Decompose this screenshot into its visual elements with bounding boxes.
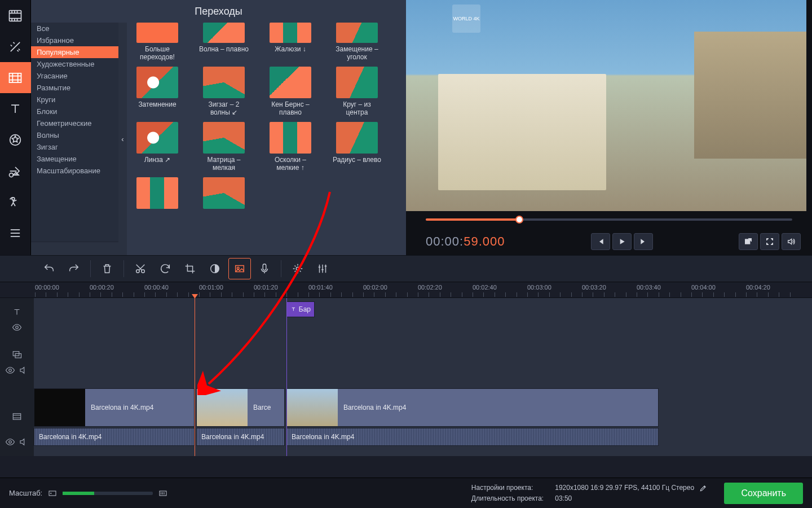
title-clip[interactable]: Бар bbox=[286, 301, 315, 317]
project-settings-label: Настройки проекта: bbox=[471, 484, 544, 492]
transition-item[interactable]: Матрица – мелкая bbox=[199, 122, 249, 172]
color-button[interactable] bbox=[204, 259, 226, 279]
svg-point-17 bbox=[9, 369, 12, 372]
category-item[interactable]: Художественные bbox=[31, 58, 118, 70]
svg-point-19 bbox=[9, 441, 12, 444]
prev-button[interactable] bbox=[591, 233, 610, 250]
zoom-out-icon[interactable] bbox=[48, 489, 57, 498]
category-item[interactable]: Все bbox=[31, 23, 118, 34]
watermark-badge: WORLD 4K bbox=[452, 5, 480, 33]
clip-properties-button[interactable] bbox=[287, 259, 308, 279]
category-item[interactable]: Угасание bbox=[31, 70, 118, 82]
svg-rect-0 bbox=[10, 10, 21, 21]
category-item[interactable]: Масштабирование bbox=[31, 165, 118, 177]
ruler-tick: 00:00:40 bbox=[144, 284, 169, 291]
zoom-in-icon[interactable] bbox=[158, 489, 167, 498]
next-button[interactable] bbox=[634, 233, 653, 250]
transition-item[interactable]: Осколки – мелкие ↑ bbox=[266, 122, 315, 172]
video-clip[interactable]: Barce bbox=[196, 388, 285, 427]
audio-clip[interactable]: Barcelona in 4K.mp4 bbox=[286, 428, 659, 446]
redo-button[interactable] bbox=[63, 259, 85, 279]
transition-item[interactable]: Кен Бернс – плавно bbox=[266, 67, 315, 116]
category-item[interactable]: Геометрические bbox=[31, 117, 118, 129]
tool-animation[interactable] bbox=[0, 186, 31, 217]
transition-item[interactable]: Зигзаг – 2 волны ↙ bbox=[199, 67, 249, 116]
record-audio-button[interactable] bbox=[254, 259, 275, 279]
zoom-label: Масштаб: bbox=[9, 489, 42, 497]
undo-button[interactable] bbox=[38, 259, 60, 279]
transition-item[interactable]: Больше переходов! bbox=[133, 23, 182, 61]
project-settings-value: 1920x1080 16:9 29.97 FPS, 44100 Гц Стере… bbox=[555, 484, 694, 492]
search-input[interactable] bbox=[37, 245, 118, 253]
transition-item[interactable]: Жалюзи ↓ bbox=[266, 23, 315, 61]
speaker-icon[interactable] bbox=[19, 437, 29, 447]
seek-knob[interactable] bbox=[515, 216, 523, 224]
tool-media[interactable] bbox=[0, 0, 31, 31]
transition-item[interactable]: Замещение – уголок bbox=[332, 23, 382, 61]
crop-button[interactable] bbox=[179, 259, 201, 279]
transition-wiz-button[interactable] bbox=[229, 259, 250, 279]
transition-item[interactable]: Затемнение bbox=[133, 67, 182, 116]
transitions-browser: Переходы Все Избранное Популярные Художе… bbox=[31, 0, 406, 255]
transitions-grid: Больше переходов! Волна – плавно Жалюзи … bbox=[127, 23, 406, 255]
transition-item[interactable]: Линза ↗ bbox=[133, 122, 182, 172]
seek-bar[interactable] bbox=[406, 211, 812, 228]
ruler-tick: 00:03:20 bbox=[582, 284, 606, 291]
speaker-icon[interactable] bbox=[19, 365, 29, 375]
timeline-toolbar bbox=[0, 255, 812, 282]
collapse-categories[interactable]: ‹ bbox=[118, 23, 127, 255]
rotate-button[interactable] bbox=[155, 259, 176, 279]
transition-item[interactable] bbox=[199, 177, 249, 211]
playhead[interactable] bbox=[195, 298, 195, 456]
volume-button[interactable] bbox=[782, 233, 801, 250]
audio-clip[interactable]: Barcelona in 4K.mp4 bbox=[196, 428, 285, 446]
tool-transitions[interactable] bbox=[0, 62, 31, 93]
overlay-track-icon bbox=[12, 349, 22, 360]
timeline-ruler[interactable]: 00:00:0000:00:2000:00:4000:01:0000:01:20… bbox=[0, 282, 812, 298]
edit-icon[interactable] bbox=[699, 484, 707, 492]
popout-button[interactable] bbox=[739, 233, 758, 250]
tool-callouts[interactable] bbox=[0, 155, 31, 186]
tool-stickers[interactable] bbox=[0, 124, 31, 155]
category-item[interactable]: Популярные bbox=[31, 46, 118, 58]
transition-item[interactable]: Волна – плавно bbox=[199, 23, 249, 61]
tool-titles[interactable] bbox=[0, 93, 31, 124]
ruler-tick: 00:03:40 bbox=[637, 284, 661, 291]
category-item[interactable]: Замещение bbox=[31, 153, 118, 165]
svg-rect-20 bbox=[49, 491, 56, 496]
category-item[interactable]: Зигзаг bbox=[31, 141, 118, 153]
eye-icon[interactable] bbox=[5, 437, 15, 447]
category-item[interactable]: Волны bbox=[31, 129, 118, 141]
svg-rect-18 bbox=[13, 414, 21, 420]
preview-panel: WORLD 4K 00:00:59.000 bbox=[406, 0, 812, 255]
zoom-slider[interactable] bbox=[63, 492, 153, 495]
transition-item[interactable] bbox=[133, 177, 182, 211]
equalizer-button[interactable] bbox=[312, 259, 333, 279]
category-item[interactable]: Круги bbox=[31, 94, 118, 106]
category-list: Все Избранное Популярные Художественные … bbox=[31, 23, 118, 255]
eye-icon[interactable] bbox=[12, 322, 22, 332]
eye-icon[interactable] bbox=[5, 365, 15, 375]
audio-clip[interactable]: Barcelona in 4K.mp4 bbox=[34, 428, 195, 446]
tool-filters[interactable] bbox=[0, 31, 31, 62]
category-item[interactable]: Блоки bbox=[31, 106, 118, 117]
video-clip[interactable]: Barcelona in 4K.mp4 bbox=[34, 388, 195, 427]
category-item[interactable]: Размытие bbox=[31, 82, 118, 94]
delete-button[interactable] bbox=[96, 259, 118, 279]
timecode: 00:00:59.000 bbox=[426, 234, 505, 249]
ruler-tick: 00:00:00 bbox=[35, 284, 59, 291]
ruler-tick: 00:02:20 bbox=[418, 284, 442, 291]
transition-item[interactable]: Радиус – влево bbox=[332, 122, 382, 172]
save-button[interactable]: Сохранить bbox=[724, 483, 803, 504]
svg-rect-22 bbox=[160, 491, 166, 496]
play-button[interactable] bbox=[612, 233, 632, 250]
video-track-icon bbox=[12, 411, 22, 422]
transition-item[interactable]: Круг – из центра bbox=[332, 67, 382, 116]
video-clip[interactable]: Barcelona in 4K.mp4 bbox=[286, 388, 659, 427]
category-item[interactable]: Избранное bbox=[31, 34, 118, 46]
category-search[interactable]: ✕ bbox=[31, 242, 118, 255]
fullscreen-button[interactable] bbox=[760, 233, 779, 250]
track-headers bbox=[0, 298, 34, 456]
cut-button[interactable] bbox=[130, 259, 151, 279]
tool-more[interactable] bbox=[0, 217, 31, 248]
